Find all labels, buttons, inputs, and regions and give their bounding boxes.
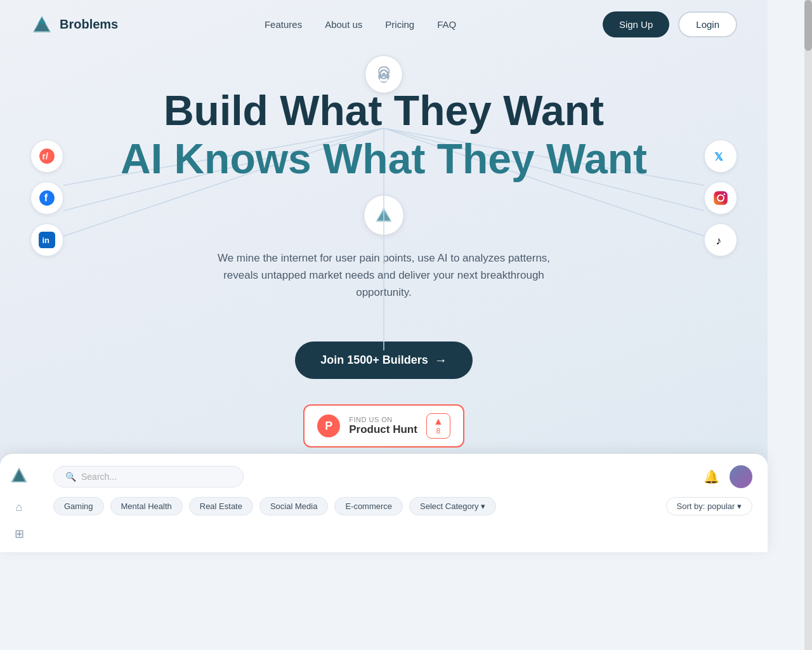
upvote-triangle: ▲	[433, 416, 443, 427]
navbar: Broblems Features About us Pricing FAQ S…	[0, 0, 768, 49]
logo-icon	[30, 13, 53, 36]
hero-section: Build What They Want AI Knows What They …	[0, 49, 768, 448]
nav-faq[interactable]: FAQ	[437, 19, 456, 30]
ph-find-us-label: FIND US ON	[349, 416, 417, 423]
logo-area: Broblems	[30, 13, 118, 36]
nav-about[interactable]: About us	[325, 19, 362, 30]
svg-point-22	[382, 72, 385, 76]
bottom-bar: ⌂ ⊞ 🔍 Search... 🔔 Gamin	[0, 454, 768, 552]
bottom-tags-row: Gaming Mental Health Real Estate Social …	[53, 497, 752, 515]
ph-name-label: Product Hunt	[349, 423, 417, 436]
cta-arrow: →	[435, 353, 447, 368]
sidebar-grid-icon[interactable]: ⊞	[15, 527, 24, 541]
search-box[interactable]: 🔍 Search...	[53, 466, 244, 488]
nav-buttons: Sign Up Login	[603, 11, 737, 37]
bottom-tags: Gaming Mental Health Real Estate Social …	[53, 497, 496, 515]
search-placeholder: Search...	[81, 472, 117, 482]
scrollbar[interactable]	[804, 0, 812, 650]
bottom-bar-header: 🔍 Search... 🔔	[53, 465, 752, 488]
signup-button[interactable]: Sign Up	[603, 11, 669, 37]
main-page: Broblems Features About us Pricing FAQ S…	[0, 0, 768, 552]
sidebar-home-icon[interactable]: ⌂	[16, 501, 23, 514]
tag-category-select[interactable]: Select Category ▾	[409, 497, 496, 515]
product-hunt-text: FIND US ON Product Hunt	[349, 416, 417, 436]
bottom-bar-left: 🔍 Search...	[53, 466, 244, 488]
openai-icon	[365, 55, 403, 93]
cta-label: Join 1500+ Builders	[320, 354, 428, 367]
logo-text: Broblems	[60, 17, 118, 32]
tag-ecommerce[interactable]: E-commerce	[334, 497, 403, 515]
product-hunt-badge[interactable]: P FIND US ON Product Hunt ▲ 8	[303, 404, 464, 448]
sort-button[interactable]: Sort by: popular ▾	[666, 497, 752, 515]
user-avatar[interactable]	[730, 465, 752, 488]
bottom-sidebar: ⌂ ⊞	[0, 454, 38, 552]
nav-links: Features About us Pricing FAQ	[265, 19, 456, 30]
cta-button[interactable]: Join 1500+ Builders →	[295, 342, 473, 379]
upvote-count: 8	[436, 427, 440, 435]
tag-real-estate[interactable]: Real Estate	[189, 497, 253, 515]
hero-title-line1: Build What They Want	[164, 87, 604, 134]
tag-gaming[interactable]: Gaming	[53, 497, 104, 515]
nav-pricing[interactable]: Pricing	[385, 19, 414, 30]
login-button[interactable]: Login	[678, 11, 737, 37]
svg-marker-2	[38, 17, 46, 23]
hero-title-line2: AI Knows What They Want	[121, 135, 647, 182]
tag-social-media[interactable]: Social Media	[259, 497, 328, 515]
tag-mental-health[interactable]: Mental Health	[110, 497, 183, 515]
search-icon: 🔍	[65, 472, 76, 482]
ph-upvote-button[interactable]: ▲ 8	[426, 413, 450, 439]
hero-title: Build What They Want AI Knows What They …	[0, 87, 768, 183]
nav-features[interactable]: Features	[265, 19, 302, 30]
broblems-center-icon	[363, 195, 404, 235]
hero-subtitle: We mine the internet for user pain point…	[206, 249, 561, 302]
product-hunt-logo: P	[317, 415, 340, 437]
notification-bell-icon[interactable]: 🔔	[704, 469, 719, 484]
scrollbar-thumb[interactable]	[804, 0, 812, 51]
bottom-bar-right: 🔔	[704, 465, 752, 488]
